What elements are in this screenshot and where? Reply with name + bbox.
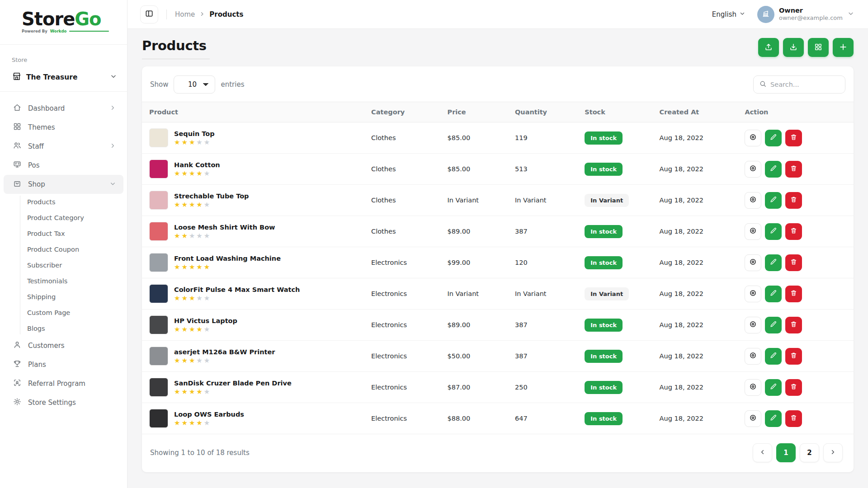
product-thumbnail — [149, 315, 168, 334]
grid-view-button[interactable] — [808, 38, 829, 57]
stock-badge: In stock — [585, 319, 623, 332]
column-header-product: Product — [142, 102, 364, 122]
search-input[interactable] — [770, 81, 840, 88]
delete-button[interactable] — [785, 223, 802, 240]
plans-trophy-icon — [13, 359, 22, 370]
export-button[interactable] — [783, 38, 804, 57]
delete-button[interactable] — [785, 348, 802, 365]
product-name: aserjet M126a B&W Printer — [174, 348, 275, 356]
pagination-prev-button[interactable] — [753, 443, 772, 462]
table-row: Loop OWS Earbuds ★★★★★ Electronics $88.0… — [142, 403, 854, 434]
edit-button[interactable] — [765, 161, 782, 178]
view-button[interactable] — [745, 286, 761, 302]
product-name: HP Victus Laptop — [174, 317, 237, 324]
sidebar-item-pos[interactable]: Pos — [4, 156, 123, 175]
delete-button[interactable] — [785, 317, 802, 333]
download-icon — [789, 42, 798, 53]
product-name: Strechable Tube Top — [174, 192, 249, 200]
import-button[interactable] — [758, 38, 779, 57]
edit-button[interactable] — [765, 379, 782, 396]
toolbar — [758, 38, 854, 57]
view-button[interactable] — [745, 254, 761, 271]
sidebar-subitem-product-category[interactable]: Product Category — [27, 210, 123, 225]
sidebar-item-dashboard[interactable]: Dashboard — [4, 99, 123, 118]
edit-button[interactable] — [765, 254, 782, 271]
sidebar-item-customers[interactable]: Customers — [4, 336, 123, 355]
edit-button[interactable] — [765, 317, 782, 333]
delete-button[interactable] — [785, 379, 802, 396]
stock-badge: In stock — [585, 412, 623, 425]
page-content: Products Show 10 entries — [127, 29, 868, 488]
view-button[interactable] — [745, 161, 761, 178]
chevron-right-icon — [830, 449, 836, 457]
view-eye-icon — [749, 351, 757, 361]
edit-button[interactable] — [765, 410, 782, 427]
delete-button[interactable] — [785, 161, 802, 178]
table-row: SanDisk Cruzer Blade Pen Drive ★★★★★ Ele… — [142, 372, 854, 403]
sidebar-subitem-product-coupon[interactable]: Product Coupon — [27, 241, 123, 257]
sidebar-item-store-settings[interactable]: Store Settings — [4, 393, 123, 412]
product-thumbnail — [149, 284, 168, 303]
pagination-page-1[interactable]: 1 — [776, 443, 796, 462]
stock-badge: In stock — [585, 381, 623, 394]
product-quantity: 647 — [508, 403, 577, 434]
product-thumbnail — [149, 253, 168, 272]
sidebar-item-themes[interactable]: Themes — [4, 118, 123, 137]
view-button[interactable] — [745, 223, 761, 240]
pagination-next-button[interactable] — [823, 443, 843, 462]
title-underline — [142, 59, 210, 59]
sidebar-item-label: Shop — [28, 180, 103, 188]
edit-button[interactable] — [765, 192, 782, 209]
grid-icon — [814, 42, 823, 53]
pos-terminal-icon — [13, 160, 22, 171]
product-name: Hank Cotton — [174, 161, 220, 169]
edit-pencil-icon — [769, 164, 777, 174]
sidebar-subitem-subscriber[interactable]: Subscriber — [27, 257, 123, 273]
breadcrumb-home[interactable]: Home — [175, 10, 195, 19]
sidebar-subitem-shipping[interactable]: Shipping — [27, 289, 123, 305]
sidebar-item-staff[interactable]: Staff — [4, 137, 123, 156]
user-menu[interactable]: Owner owner@example.com — [757, 6, 854, 23]
sidebar-item-label: Dashboard — [28, 104, 103, 113]
view-button[interactable] — [745, 379, 761, 396]
sidebar-subitem-custom-page[interactable]: Custom Page — [27, 305, 123, 320]
sidebar-subitem-product-tax[interactable]: Product Tax — [27, 225, 123, 241]
sidebar-item-referral-program[interactable]: Referral Program — [4, 374, 123, 393]
delete-button[interactable] — [785, 254, 802, 271]
delete-button[interactable] — [785, 410, 802, 427]
sidebar-subitem-testimonials[interactable]: Testimonials — [27, 273, 123, 289]
view-button[interactable] — [745, 192, 761, 209]
edit-button[interactable] — [765, 348, 782, 365]
entries-select[interactable]: 10 — [174, 75, 215, 94]
sidebar-item-plans[interactable]: Plans — [4, 355, 123, 374]
delete-button[interactable] — [785, 192, 802, 209]
product-category: Electronics — [364, 372, 440, 403]
sidebar-item-shop[interactable]: Shop — [4, 175, 123, 194]
view-eye-icon — [749, 382, 757, 392]
sidebar-subitem-products[interactable]: Products — [27, 194, 123, 210]
view-button[interactable] — [745, 348, 761, 365]
view-button[interactable] — [745, 130, 761, 146]
sidebar-toggle-button[interactable] — [140, 5, 158, 23]
view-button[interactable] — [745, 410, 761, 427]
rating-stars: ★★★★★ — [174, 295, 300, 302]
results-summary: Showing 1 to 10 of 18 results — [150, 449, 250, 457]
product-created-at: Aug 18, 2022 — [652, 278, 738, 310]
sidebar-toggle-icon — [145, 9, 154, 19]
brand-logo[interactable]: StoreGo Powered ByWorkdo — [0, 0, 127, 38]
add-product-button[interactable] — [833, 38, 854, 57]
product-name: Sequin Top — [174, 130, 215, 137]
delete-button[interactable] — [785, 286, 802, 302]
edit-button[interactable] — [765, 223, 782, 240]
store-switcher[interactable]: The Treasure — [0, 68, 127, 92]
delete-button[interactable] — [785, 130, 802, 146]
stock-badge: In Variant — [585, 194, 629, 207]
edit-button[interactable] — [765, 130, 782, 146]
pagination-page-2[interactable]: 2 — [800, 443, 819, 462]
sidebar-subitem-blogs[interactable]: Blogs — [27, 320, 123, 336]
rating-stars: ★★★★★ — [174, 202, 249, 208]
edit-button[interactable] — [765, 286, 782, 302]
language-selector[interactable]: English — [712, 10, 745, 19]
view-button[interactable] — [745, 317, 761, 333]
product-name: SanDisk Cruzer Blade Pen Drive — [174, 380, 292, 387]
